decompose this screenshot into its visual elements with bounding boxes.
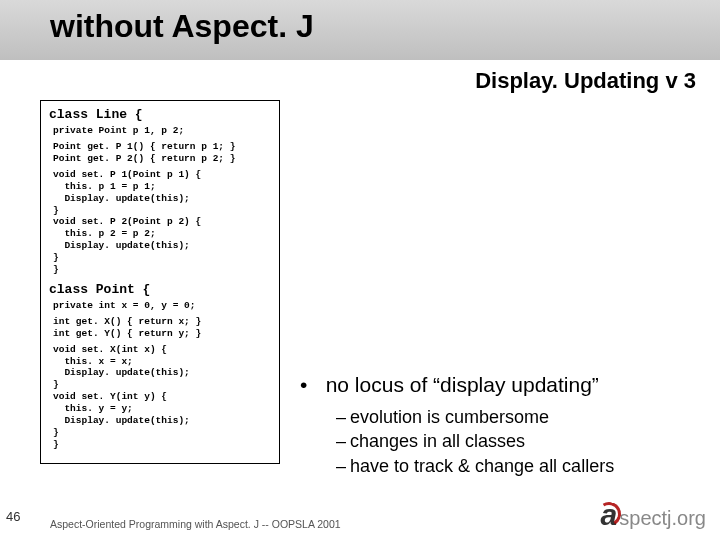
code-line-private: private Point p 1, p 2; (53, 125, 271, 137)
code-point-setters: void set. X(int x) { this. x = x; Displa… (53, 344, 271, 451)
logo-text: spectj.org (619, 507, 706, 530)
title-bar: without Aspect. J (0, 0, 720, 60)
code-point-getters: int get. X() { return x; } int get. Y() … (53, 316, 271, 340)
slide-subtitle: Display. Updating v 3 (475, 68, 696, 94)
code-example-box: class Line { private Point p 1, p 2; Poi… (40, 100, 280, 464)
slide-title: without Aspect. J (50, 8, 720, 45)
bullet-dot-icon: • (300, 373, 307, 397)
bullet-dash-icon: – (336, 405, 346, 429)
aspectj-logo: a spectj.org (601, 498, 706, 532)
bullet-dash-icon: – (336, 429, 346, 453)
bullet-dash-icon: – (336, 454, 346, 478)
slide-number: 46 (6, 509, 20, 524)
class-point-header: class Point { (49, 282, 271, 298)
code-point-private: private int x = 0, y = 0; (53, 300, 271, 312)
bullet-sub: –changes in all classes (336, 429, 702, 453)
bullet-main: • no locus of “display updating” (300, 373, 702, 397)
bullet-sub: –evolution is cumbersome (336, 405, 702, 429)
bullet-sub-text: changes in all classes (350, 431, 525, 451)
slide: without Aspect. J Display. Updating v 3 … (0, 0, 720, 540)
bullet-sub-text: have to track & change all callers (350, 456, 614, 476)
bullet-main-text: no locus of “display updating” (326, 373, 599, 396)
logo-a-glyph: a (601, 498, 618, 532)
bullet-main-wrap: • no locus of “display updating” (300, 373, 702, 397)
bullet-list: • no locus of “display updating” –evolut… (300, 373, 702, 478)
code-line-getters: Point get. P 1() { return p 1; } Point g… (53, 141, 271, 165)
bullet-sub: –have to track & change all callers (336, 454, 702, 478)
code-line-setters: void set. P 1(Point p 1) { this. p 1 = p… (53, 169, 271, 276)
class-line-header: class Line { (49, 107, 271, 123)
footer-text: Aspect-Oriented Programming with Aspect.… (50, 518, 341, 530)
bullet-sub-text: evolution is cumbersome (350, 407, 549, 427)
